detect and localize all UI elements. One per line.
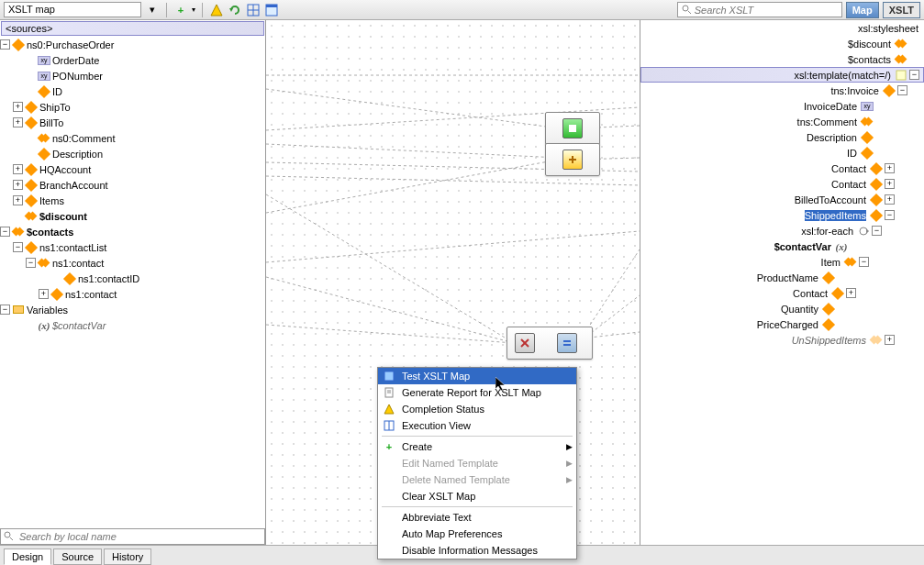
- tree-node[interactable]: $contactVar: [52, 320, 106, 331]
- search-icon: [3, 530, 14, 543]
- expand-icon[interactable]: +: [885, 163, 895, 173]
- menu-edit-template: Edit Named Template▶: [378, 455, 576, 471]
- expand-icon[interactable]: −: [909, 70, 919, 80]
- tree-node[interactable]: ns0:PurchaseOrder: [27, 39, 114, 50]
- tool-warn-icon[interactable]: [209, 3, 224, 17]
- expand-icon[interactable]: +: [885, 335, 895, 345]
- menu-generate-report[interactable]: Generate Report for XSLT Map: [378, 384, 576, 401]
- search-input[interactable]: [677, 2, 842, 17]
- add-icon[interactable]: +: [173, 3, 188, 17]
- tree-node[interactable]: Description: [807, 132, 857, 143]
- tool-window-icon[interactable]: [264, 3, 279, 17]
- expand-icon[interactable]: +: [13, 195, 23, 205]
- tree-node[interactable]: BranchAccount: [39, 180, 108, 191]
- tab-history[interactable]: History: [104, 548, 151, 565]
- expand-icon[interactable]: −: [26, 258, 36, 268]
- tree-node[interactable]: tns:Comment: [797, 116, 857, 127]
- tree-node[interactable]: $contacts: [848, 54, 891, 65]
- tree-node[interactable]: BillTo: [39, 117, 63, 128]
- menu-disable-info[interactable]: Disable Information Messages: [378, 542, 576, 559]
- svg-rect-37: [384, 371, 394, 381]
- xslt-mode-button[interactable]: XSLT: [883, 2, 920, 18]
- tree-node[interactable]: Quantity: [781, 304, 818, 315]
- svg-rect-34: [896, 71, 906, 80]
- tree-node[interactable]: ns1:contact: [52, 258, 104, 269]
- svg-line-21: [266, 325, 514, 343]
- tree-node[interactable]: ns0:Comment: [52, 133, 115, 144]
- expand-icon[interactable]: −: [897, 85, 907, 95]
- menu-create[interactable]: +Create▶: [378, 438, 576, 455]
- expand-icon[interactable]: −: [0, 305, 10, 315]
- tree-node[interactable]: Contact: [831, 179, 866, 190]
- menu-automap-prefs[interactable]: Auto Map Preferences: [378, 526, 576, 542]
- tree-node[interactable]: ID: [847, 148, 857, 159]
- menu-completion-status[interactable]: Completion Status: [378, 401, 576, 417]
- tree-node[interactable]: PONumber: [52, 71, 103, 82]
- tree-node[interactable]: Description: [52, 149, 103, 160]
- tree-node[interactable]: OrderDate: [52, 55, 99, 66]
- expand-icon[interactable]: −: [885, 210, 895, 220]
- test-icon: [382, 369, 396, 383]
- tree-node[interactable]: ns1:contact: [65, 289, 117, 300]
- tree-node[interactable]: $discount: [39, 211, 87, 222]
- tree-node[interactable]: Contact: [793, 288, 828, 299]
- expand-icon[interactable]: +: [846, 288, 856, 298]
- tree-node[interactable]: Item: [821, 257, 841, 268]
- tree-node[interactable]: HQAccount: [39, 164, 91, 175]
- tree-node[interactable]: $discount: [848, 39, 891, 50]
- menu-test-xslt[interactable]: Test XSLT Map: [378, 368, 576, 384]
- tree-node[interactable]: xsl:for-each: [801, 226, 853, 237]
- expand-icon[interactable]: −: [13, 242, 23, 252]
- tab-design[interactable]: Design: [4, 548, 51, 565]
- expand-icon[interactable]: +: [39, 289, 49, 299]
- expand-icon[interactable]: +: [13, 102, 23, 112]
- tree-node[interactable]: InvoiceDate: [804, 101, 857, 112]
- tree-node[interactable]: Contact: [831, 163, 866, 174]
- tree-node[interactable]: $contacts: [27, 227, 73, 238]
- menu-execution-view[interactable]: Execution View: [378, 417, 576, 434]
- expand-icon[interactable]: +: [885, 179, 895, 189]
- expand-icon[interactable]: +: [885, 194, 895, 205]
- sources-header[interactable]: <sources>: [1, 21, 264, 36]
- tree-node[interactable]: ID: [52, 86, 62, 97]
- svg-line-17: [266, 194, 514, 343]
- expand-icon[interactable]: +: [13, 164, 23, 174]
- tree-node[interactable]: ns1:contactList: [39, 242, 106, 253]
- tab-source[interactable]: Source: [53, 548, 102, 565]
- expand-icon[interactable]: −: [0, 39, 10, 50]
- canvas-function-box[interactable]: [545, 143, 600, 176]
- tree-node[interactable]: tns:Invoice: [830, 85, 879, 96]
- menu-abbreviate[interactable]: Abbreviate Text: [378, 509, 576, 526]
- tree-node[interactable]: PriceCharged: [757, 319, 818, 330]
- expand-icon[interactable]: +: [13, 180, 23, 190]
- dropdown-icon[interactable]: ▾: [145, 3, 160, 17]
- canvas-function-box[interactable]: [545, 112, 600, 145]
- tool-grid-icon[interactable]: [246, 3, 261, 17]
- tree-node[interactable]: Variables: [27, 305, 68, 316]
- map-title-field[interactable]: XSLT map: [4, 2, 141, 17]
- function-icon: [562, 150, 583, 170]
- submenu-arrow-icon: ▶: [566, 442, 573, 451]
- tree-node[interactable]: UnShippedItems: [792, 335, 866, 346]
- tree-node[interactable]: Items: [39, 195, 64, 206]
- tree-node[interactable]: ShipTo: [39, 102, 71, 113]
- tree-node[interactable]: xsl:template(match=/): [795, 70, 891, 81]
- map-mode-button[interactable]: Map: [846, 2, 879, 18]
- equals-icon[interactable]: [557, 333, 577, 353]
- canvas-function-box[interactable]: [507, 327, 593, 360]
- tree-node[interactable]: ns1:contactID: [78, 273, 139, 284]
- delete-icon[interactable]: [515, 333, 535, 353]
- expand-icon[interactable]: −: [872, 226, 882, 236]
- filter-input[interactable]: [0, 528, 265, 545]
- tree-node[interactable]: ProductName: [757, 272, 818, 283]
- svg-line-14: [266, 144, 560, 158]
- expand-icon[interactable]: −: [0, 227, 10, 237]
- expand-icon[interactable]: +: [13, 117, 23, 127]
- tool-refresh-icon[interactable]: [228, 3, 242, 17]
- menu-clear-map[interactable]: Clear XSLT Map: [378, 488, 576, 504]
- expand-icon[interactable]: −: [859, 257, 869, 267]
- tree-node-selected[interactable]: ShippedItems: [805, 210, 866, 221]
- tree-node[interactable]: $contactVar: [774, 241, 831, 252]
- tree-node[interactable]: xsl:stylesheet: [858, 23, 918, 34]
- tree-node[interactable]: BilledToAccount: [795, 194, 866, 205]
